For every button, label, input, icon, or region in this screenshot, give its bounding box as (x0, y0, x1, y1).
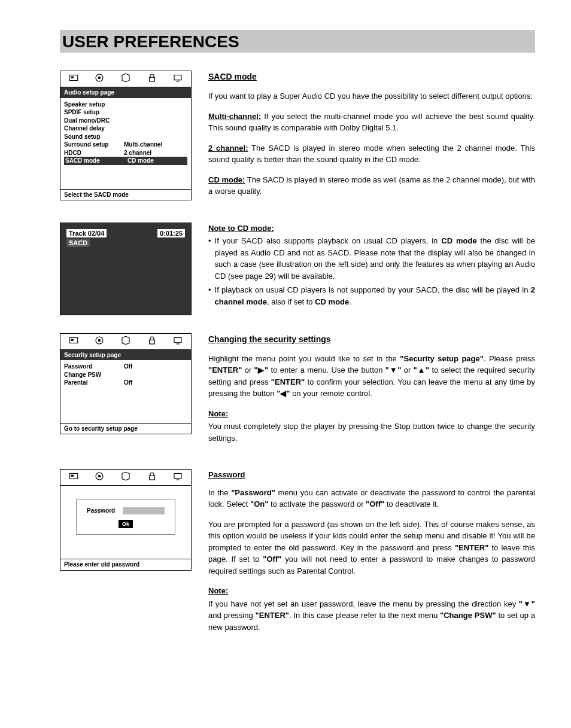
password-note-label: Note: (208, 585, 535, 597)
track-time: 0:01:25 (157, 229, 185, 237)
osd-audio-setup: Audio setup page Speaker setupSPDIF setu… (60, 71, 192, 200)
osd-row: Speaker setup (64, 100, 187, 109)
svg-rect-18 (149, 476, 154, 480)
osd3-foot: Please enter old password (60, 559, 191, 570)
page: USER PREFERENCES Audio setup page Speake… (0, 0, 571, 728)
label-cd: CD mode: (208, 175, 245, 184)
heading-sacd: SACD mode (208, 71, 535, 83)
password-field (123, 507, 165, 514)
tab-icon (68, 471, 79, 484)
password-p2: You are prompted for a password (as show… (208, 519, 535, 577)
track-line1: Track 02/04 (66, 229, 107, 237)
osd-row: PasswordOff (64, 363, 187, 371)
osd-body: Speaker setupSPDIF setupDual mono/DRCCha… (60, 98, 191, 189)
osd-row: Change PSW (64, 371, 187, 379)
sacd-text: SACD mode If you want to play a Super Au… (208, 71, 535, 206)
screen-icon (172, 335, 183, 348)
title-bar: USER PREFERENCES (60, 30, 535, 53)
osd-row: Dual mono/DRC (64, 117, 187, 125)
body-2ch: The SACD is played in stereo mode when s… (208, 144, 535, 165)
security-left: Security setup page PasswordOffChange PS… (60, 333, 192, 435)
sacd-cd: CD mode: The SACD is played in stereo mo… (208, 174, 535, 197)
svg-rect-4 (149, 78, 154, 82)
body-cd: The SACD is played in stereo mode as wel… (208, 175, 535, 196)
svg-rect-15 (71, 475, 74, 477)
osd3-body: Password Ok (60, 486, 191, 559)
osd-security-setup: Security setup page PasswordOffChange PS… (60, 333, 192, 435)
screen-icon (172, 471, 183, 484)
osd-row: SPDIF setup (64, 108, 187, 117)
osd2-foot: Go to security setup page (60, 423, 191, 434)
lock-icon (147, 72, 157, 86)
osd-row: Channel delay (64, 124, 187, 133)
svg-point-17 (98, 475, 101, 478)
svg-rect-5 (174, 75, 181, 80)
bullet-2: • If playback on usual CD players is not… (208, 284, 535, 307)
osd-bar: Audio setup page (60, 87, 191, 98)
section-cd-note: Track 02/04 0:01:25 SACD Note to CD mode… (60, 223, 535, 315)
password-note-body: If you have not yet set an user password… (208, 598, 535, 633)
track-display: Track 02/04 0:01:25 SACD (60, 223, 192, 315)
section-password: Password Ok Please enter old password Pa… (60, 469, 535, 641)
speaker-icon (94, 72, 105, 86)
svg-rect-19 (174, 474, 181, 479)
password-text: Password In the "Password" menu you can … (208, 469, 535, 641)
tab-icon (68, 335, 79, 348)
security-text: Changing the security settings Highlight… (208, 333, 535, 453)
osd2-body: PasswordOffChange PSWParentalOff (60, 360, 191, 423)
svg-point-10 (98, 339, 101, 342)
osd-row: SACD modeCD mode (64, 157, 187, 165)
dolby-icon (120, 335, 131, 348)
dolby-icon (120, 72, 131, 86)
sacd-mc: Multi-channel: If you select the multi-c… (208, 111, 535, 134)
svg-point-3 (98, 77, 101, 80)
screen-icon (172, 72, 183, 86)
password-p1: In the "Password" menu you can activate … (208, 487, 535, 510)
speaker-icon (94, 471, 105, 484)
security-note-label: Note: (208, 408, 535, 420)
svg-rect-8 (71, 339, 74, 341)
note-cd-label: Note to CD mode: (208, 223, 535, 234)
osd-row: Sound setup (64, 133, 187, 141)
password-dialog: Password Ok (76, 499, 175, 535)
osd3-tabs (60, 470, 191, 486)
page-title: USER PREFERENCES (60, 32, 535, 51)
svg-rect-12 (174, 337, 181, 342)
osd-row: Surround setupMulti-channel (64, 141, 187, 149)
osd-row: HDCD2 channel (64, 149, 187, 157)
osd-foot: Select the SACD mode (60, 189, 191, 200)
tab-icon (68, 72, 79, 86)
svg-rect-1 (71, 77, 74, 78)
label-mc: Multi-channel: (208, 112, 261, 121)
bullet-1: • If your SACD also supports playback on… (208, 235, 535, 282)
lock-icon (147, 335, 157, 348)
cd-note-left: Track 02/04 0:01:25 SACD (60, 223, 192, 315)
speaker-icon (94, 335, 105, 348)
cd-note-text: Note to CD mode: • If your SACD also sup… (208, 223, 535, 310)
dolby-icon (120, 471, 131, 484)
osd-password: Password Ok Please enter old password (60, 469, 192, 571)
heading-password: Password (208, 469, 535, 481)
sacd-intro: If you want to play a Super Audio CD you… (208, 90, 535, 102)
security-p1: Highlight the menu point you would like … (208, 353, 535, 400)
label-2ch: 2 channel: (208, 144, 248, 153)
sacd-left: Audio setup page Speaker setupSPDIF setu… (60, 71, 192, 200)
osd-row: ParentalOff (64, 379, 187, 387)
svg-rect-11 (149, 340, 154, 344)
sacd-2ch: 2 channel: The SACD is played in stereo … (208, 142, 535, 166)
ok-button: Ok (119, 520, 133, 528)
osd2-bar: Security setup page (60, 350, 191, 361)
track-top: Track 02/04 0:01:25 (66, 229, 185, 237)
section-sacd: Audio setup page Speaker setupSPDIF setu… (60, 71, 535, 206)
lock-icon (147, 471, 157, 484)
heading-security: Changing the security settings (208, 333, 535, 346)
track-tag: SACD (66, 239, 90, 247)
section-security: Security setup page PasswordOffChange PS… (60, 333, 535, 453)
security-note-body: You must completely stop the player by p… (208, 421, 535, 444)
password-left: Password Ok Please enter old password (60, 469, 192, 571)
password-label: Password (87, 507, 115, 515)
osd-tabs (60, 71, 191, 87)
osd2-tabs (60, 334, 191, 350)
